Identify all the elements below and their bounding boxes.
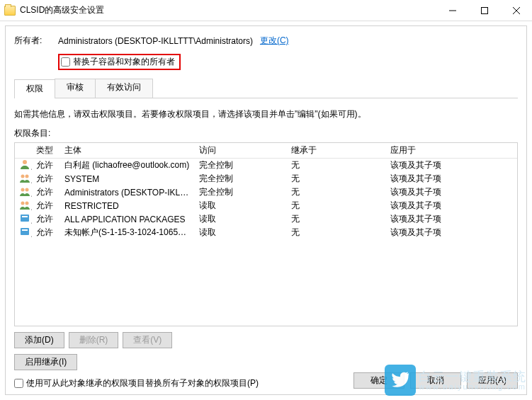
cell-inherited: 无 (287, 213, 386, 225)
svg-point-10 (26, 202, 29, 205)
cell-access: 完全控制 (195, 186, 287, 198)
svg-rect-11 (21, 215, 29, 222)
tab-permissions[interactable]: 权限 (14, 79, 55, 98)
content-panel: 所有者: Administrators (DESKTOP-IKLLTTT\Adm… (5, 25, 527, 395)
cell-applies: 该项及其子项 (386, 213, 517, 225)
group-icon (19, 189, 30, 199)
cell-type: 允许 (32, 227, 60, 239)
remove-button[interactable]: 删除(R) (69, 332, 119, 348)
header-principal[interactable]: 主体 (60, 144, 195, 156)
tab-auditing[interactable]: 审核 (55, 79, 96, 98)
svg-point-8 (26, 188, 29, 192)
replace-child-checkbox[interactable] (14, 379, 23, 388)
cell-type: 允许 (32, 200, 60, 212)
svg-point-5 (21, 175, 25, 178)
entries-label: 权限条目: (14, 127, 518, 139)
svg-rect-14 (22, 229, 28, 231)
header-type[interactable]: 类型 (32, 144, 60, 156)
cell-inherited: 无 (287, 186, 386, 198)
list-row[interactable]: 允许 未知帐户(S-1-15-3-1024-1065365... 读取 无 该项… (15, 226, 517, 239)
owner-label: 所有者: (14, 35, 58, 47)
svg-point-9 (21, 202, 25, 205)
cell-applies: 该项及其子项 (386, 227, 517, 239)
cell-access: 读取 (195, 227, 287, 239)
cell-principal: RESTRICTED (60, 201, 195, 211)
window-title: CLSID的高级安全设置 (20, 4, 436, 16)
close-button[interactable] (500, 0, 532, 21)
dialog-button-row: 确定 取消 应用(A) (353, 372, 518, 389)
minimize-button[interactable] (436, 0, 468, 21)
tab-effective-label: 有效访问 (107, 82, 141, 92)
view-button[interactable]: 查看(V) (123, 332, 172, 348)
owner-line: 所有者: Administrators (DESKTOP-IKLLTTT\Adm… (14, 35, 518, 47)
tab-effective[interactable]: 有效访问 (95, 79, 153, 98)
cell-access: 完全控制 (195, 173, 287, 185)
ok-button[interactable]: 确定 (353, 372, 404, 389)
cell-inherited: 无 (287, 200, 386, 212)
group-icon (19, 176, 30, 185)
instruction-text: 如需其他信息，请双击权限项目。若要修改权限项目，请选择该项目并单击"编辑"(如果… (14, 108, 518, 120)
svg-point-6 (26, 175, 29, 178)
cell-principal: SYSTEM (60, 174, 195, 184)
user-icon (19, 162, 30, 172)
svg-rect-12 (22, 216, 28, 217)
svg-rect-13 (21, 228, 29, 235)
cell-applies: 该项及其子项 (386, 186, 517, 198)
list-row[interactable]: 允许 ALL APPLICATION PACKAGES 读取 无 该项及其子项 (15, 212, 517, 226)
replace-owner-highlight: 替换子容器和对象的所有者 (58, 54, 181, 70)
enable-inherit-button[interactable]: 启用继承(I) (14, 354, 77, 370)
cell-principal: 白利超 (lichaofree@outlook.com) (60, 159, 195, 171)
change-owner-link[interactable]: 更改(C) (260, 35, 289, 47)
owner-value: Administrators (DESKTOP-IKLLTTT\Administ… (58, 36, 253, 46)
folder-icon (4, 6, 16, 16)
cell-inherited: 无 (287, 227, 386, 239)
add-button[interactable]: 添加(D) (14, 332, 64, 348)
cell-access: 读取 (195, 200, 287, 212)
svg-point-7 (21, 188, 25, 192)
header-applies[interactable]: 应用于 (386, 144, 517, 156)
tabstrip: 权限 审核 有效访问 (14, 79, 518, 98)
cell-principal: ALL APPLICATION PACKAGES (60, 215, 195, 224)
svg-rect-1 (481, 7, 487, 13)
replace-owner-label: 替换子容器和对象的所有者 (73, 56, 175, 68)
cell-inherited: 无 (287, 159, 386, 171)
package-icon (19, 229, 30, 239)
replace-owner-row: 替换子容器和对象的所有者 (58, 54, 518, 70)
cell-principal: 未知帐户(S-1-15-3-1024-1065365... (60, 227, 195, 239)
header-access[interactable]: 访问 (195, 144, 287, 156)
list-row[interactable]: 允许 SYSTEM 完全控制 无 该项及其子项 (15, 172, 517, 185)
header-inherited[interactable]: 继承于 (287, 144, 386, 156)
list-row[interactable]: 允许 RESTRICTED 读取 无 该项及其子项 (15, 199, 517, 212)
cell-access: 完全控制 (195, 159, 287, 171)
maximize-button[interactable] (468, 0, 500, 21)
cell-type: 允许 (32, 159, 60, 171)
cell-type: 允许 (32, 186, 60, 198)
cell-inherited: 无 (287, 173, 386, 185)
inherit-button-row: 启用继承(I) (14, 354, 518, 370)
tab-auditing-label: 审核 (67, 82, 84, 92)
cell-access: 读取 (195, 213, 287, 225)
window-controls (436, 0, 532, 21)
replace-child-label: 使用可从此对象继承的权限项目替换所有子对象的权限项目(P) (26, 377, 259, 389)
list-header: 类型 主体 访问 继承于 应用于 (15, 143, 517, 159)
group-icon (19, 202, 30, 212)
apply-button[interactable]: 应用(A) (467, 372, 518, 389)
package-icon (19, 216, 30, 226)
cell-applies: 该项及其子项 (386, 159, 517, 171)
svg-point-4 (23, 160, 27, 164)
title-bar: CLSID的高级安全设置 (0, 0, 532, 21)
permissions-list[interactable]: 类型 主体 访问 继承于 应用于 允许 白利超 (lichaofree@outl… (14, 142, 518, 326)
replace-owner-checkbox[interactable] (61, 57, 70, 67)
cell-applies: 该项及其子项 (386, 200, 517, 212)
cell-type: 允许 (32, 173, 60, 185)
cancel-button[interactable]: 取消 (410, 372, 461, 389)
tab-permissions-label: 权限 (26, 84, 43, 93)
cell-type: 允许 (32, 213, 60, 225)
list-button-row: 添加(D) 删除(R) 查看(V) (14, 332, 518, 348)
list-row[interactable]: 允许 Administrators (DESKTOP-IKLLT... 完全控制… (15, 185, 517, 199)
cell-principal: Administrators (DESKTOP-IKLLT... (60, 188, 195, 198)
cell-applies: 该项及其子项 (386, 173, 517, 185)
list-row[interactable]: 允许 白利超 (lichaofree@outlook.com) 完全控制 无 该… (15, 159, 517, 172)
